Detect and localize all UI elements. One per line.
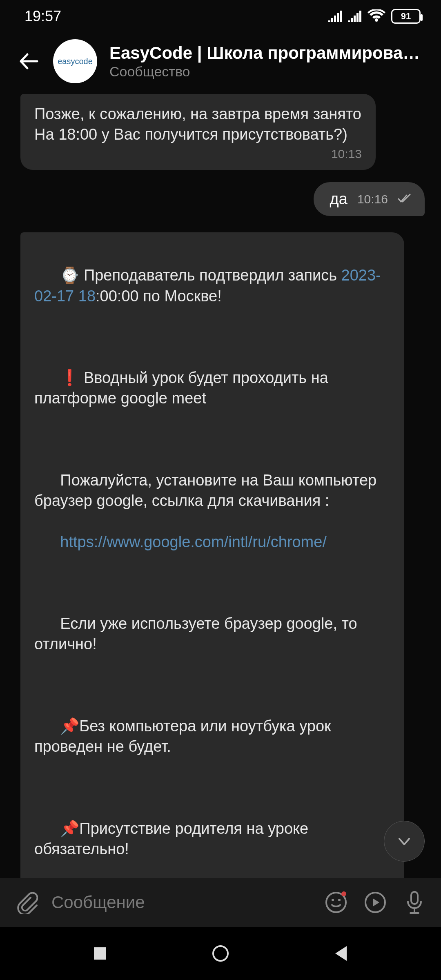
video-message-button[interactable] [361,888,390,917]
message-text: да [330,190,347,208]
voice-message-button[interactable] [400,888,429,917]
notification-dot [341,891,346,896]
triangle-left-icon [334,945,348,962]
battery-icon: 91 [391,9,421,24]
chrome-link[interactable]: https://www.google.com/intl/ru/chrome/ [60,533,327,550]
status-bar: 19:57 91 [0,0,441,33]
wifi-icon [368,9,385,23]
avatar-text: easycode [58,57,93,66]
status-time: 19:57 [24,8,61,25]
play-circle-icon [364,891,387,914]
svg-rect-5 [94,947,106,960]
status-right: 91 [328,9,421,24]
pushpin-icon: 📌 [60,820,79,837]
battery-level: 91 [401,11,411,22]
header-text[interactable]: EasyCode | Школа программирован… Сообщес… [109,43,429,80]
pushpin-icon: 📌 [60,717,79,735]
message-time: 10:13 [34,147,362,161]
back-button[interactable] [16,49,41,74]
square-icon [93,947,107,960]
circle-icon [212,944,229,962]
svg-point-6 [213,946,228,961]
message-outgoing[interactable]: да 10:16 [314,182,425,216]
message-incoming[interactable]: ⌚ Преподаватель подтвердил запись 2023-0… [20,232,404,980]
emoji-button[interactable] [322,888,350,917]
message-incoming[interactable]: Позже, к сожалению, на завтра время заня… [20,94,376,170]
exclamation-icon: ❗ [60,369,79,386]
message-time: 10:16 [357,192,388,206]
recents-button[interactable] [80,941,120,966]
attach-button[interactable] [12,888,41,917]
message-input[interactable]: Сообщение [51,893,311,912]
svg-point-1 [332,899,334,901]
home-button[interactable] [200,941,241,966]
scroll-down-button[interactable] [384,821,425,862]
svg-rect-4 [411,892,418,904]
input-bar: Сообщение [0,878,441,927]
message-text: ⌚ Преподаватель подтвердил запись 2023-0… [34,245,390,980]
chat-header[interactable]: easycode EasyCode | Школа программирован… [0,33,441,90]
arrow-left-icon [18,50,40,72]
android-nav-bar [0,927,441,980]
read-checks-icon [398,194,412,205]
messages-list[interactable]: Позже, к сожалению, на завтра время заня… [0,90,441,980]
watch-icon: ⌚ [60,267,79,284]
chevron-down-icon [394,831,414,851]
signal-icon-1 [328,11,342,22]
signal-icon-2 [348,11,362,22]
message-outgoing-row: да 10:16 [20,182,429,216]
microphone-icon [404,890,425,915]
message-text: Позже, к сожалению, на завтра время заня… [34,104,362,145]
android-back-button[interactable] [321,941,361,966]
chat-subtitle: Сообщество [109,64,429,80]
chat-title: EasyCode | Школа программирован… [109,43,429,63]
avatar[interactable]: easycode [53,39,97,83]
svg-point-2 [338,899,341,901]
paperclip-icon [15,891,38,914]
